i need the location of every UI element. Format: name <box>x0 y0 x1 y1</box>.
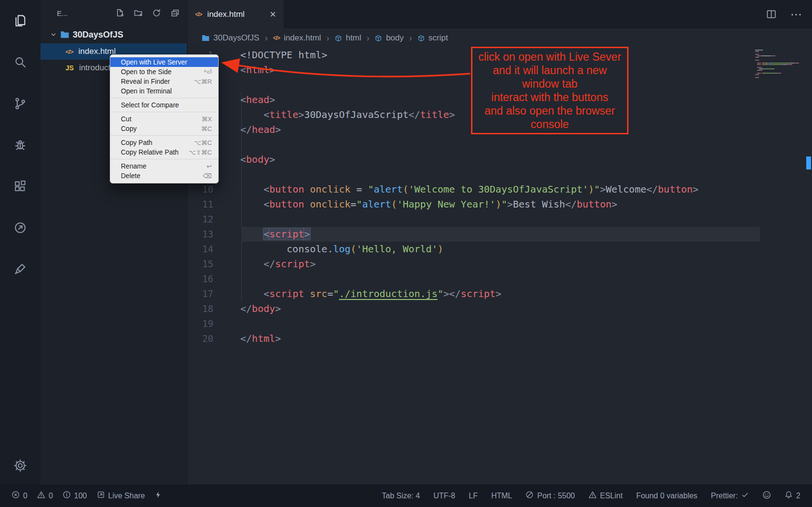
code-line-19[interactable]: 19 <box>187 316 812 331</box>
code-line-7[interactable]: 7 <box>187 137 812 152</box>
error-icon <box>12 491 20 501</box>
code-line-16[interactable]: 16 <box>187 272 812 286</box>
search-icon[interactable] <box>11 53 29 71</box>
tab-size-indicator[interactable]: Tab Size: 4 <box>382 492 420 500</box>
menu-separator <box>110 112 218 112</box>
extensions-icon[interactable] <box>11 177 29 195</box>
live-share-status[interactable]: Live Share <box>97 491 145 501</box>
annotation-text: click on open with Live Severand it will… <box>472 50 627 131</box>
folder-row-30daysofjs[interactable]: 30DaysOfJS <box>40 26 187 43</box>
explorer-header: E... <box>40 0 187 26</box>
variables-indicator[interactable]: Found 0 variables <box>636 492 697 500</box>
live-share-icon <box>97 491 105 501</box>
warning-icon <box>37 491 45 501</box>
menu-item-reveal-in-finder[interactable]: Reveal in Finder⌥⌘R <box>110 77 218 86</box>
notifications-bell[interactable]: 2 <box>785 491 800 501</box>
feedback-smiley[interactable] <box>762 491 771 501</box>
collapse-all-icon[interactable] <box>170 9 179 17</box>
info-counter[interactable]: 100 <box>63 491 87 501</box>
line-number: 10 <box>187 182 219 197</box>
symbol-cube-icon <box>418 35 425 42</box>
line-number: 11 <box>187 197 219 212</box>
line-number: 15 <box>187 257 219 272</box>
menu-item-copy-path[interactable]: Copy Path⌥⌘C <box>110 138 218 147</box>
code-line-14[interactable]: 14 console.log('Hello, World') <box>187 242 812 257</box>
problems-errors[interactable]: 0 <box>12 491 27 501</box>
refresh-icon[interactable] <box>152 9 161 17</box>
more-actions-icon[interactable]: ⋯ <box>790 8 802 21</box>
code-line-11[interactable]: 11 <button onclick="alert('Happy New Yea… <box>187 197 812 212</box>
breadcrumb-body[interactable]: body <box>375 33 404 43</box>
breadcrumb-script[interactable]: script <box>418 33 448 43</box>
overview-ruler-marker <box>806 156 811 169</box>
run-debug-icon[interactable] <box>11 136 29 154</box>
line-number: 16 <box>187 272 219 286</box>
minimap[interactable] <box>755 50 805 78</box>
code-line-8[interactable]: 8<body> <box>187 152 812 167</box>
menu-item-copy[interactable]: Copy⌘C <box>110 124 218 133</box>
bolt-status[interactable] <box>155 491 162 501</box>
eslint-status[interactable]: ESLint <box>589 491 623 501</box>
menu-item-open-to-the-side[interactable]: Open to the Side^⏎ <box>110 67 218 77</box>
context-menu: Open with Live ServerOpen to the Side^⏎R… <box>110 54 219 183</box>
explorer-files-icon[interactable] <box>11 12 29 30</box>
code-line-18[interactable]: 18</body> <box>187 301 812 316</box>
port-indicator[interactable]: Port : 5500 <box>525 491 575 501</box>
line-number: 20 <box>187 331 219 346</box>
code-line-12[interactable]: 12 <box>187 212 812 227</box>
js-file-icon: JS <box>65 64 74 72</box>
annotation-box: click on open with Live Severand it will… <box>471 47 629 134</box>
encoding-indicator[interactable]: UTF-8 <box>433 492 455 500</box>
eol-indicator[interactable]: LF <box>469 492 478 500</box>
menu-item-select-for-compare[interactable]: Select for Compare <box>110 100 218 110</box>
symbol-cube-icon <box>375 35 382 42</box>
chevron-down-icon <box>50 31 57 38</box>
breadcrumb-separator: › <box>264 33 267 43</box>
breadcrumb-separator: › <box>367 33 369 43</box>
new-folder-icon[interactable] <box>134 9 143 17</box>
tab-bar: </> index.html × ⋯ <box>187 0 812 28</box>
breadcrumb-30daysofjs[interactable]: 30DaysOfJS <box>202 33 259 43</box>
menu-item-rename[interactable]: Rename↩ <box>110 161 218 171</box>
problems-warnings[interactable]: 0 <box>37 491 53 501</box>
pen-icon[interactable] <box>11 260 29 278</box>
folder-label: 30DaysOfJS <box>73 30 123 40</box>
line-number: 17 <box>187 286 219 301</box>
code-line-13[interactable]: 13 <script> <box>187 227 812 242</box>
menu-item-cut[interactable]: Cut⌘X <box>110 114 218 124</box>
code-line-20[interactable]: 20</html> <box>187 331 812 346</box>
new-file-icon[interactable] <box>116 9 124 17</box>
eslint-warning-icon <box>589 491 597 501</box>
activity-bar <box>0 0 40 484</box>
line-number: 12 <box>187 212 219 227</box>
source-control-icon[interactable] <box>11 94 29 113</box>
menu-separator <box>110 135 218 136</box>
tab-index-html[interactable]: </> index.html × <box>187 0 284 28</box>
menu-item-open-in-terminal[interactable]: Open in Terminal <box>110 86 218 96</box>
html-file-icon: </> <box>65 48 73 55</box>
line-number: 14 <box>187 242 219 257</box>
info-icon <box>63 491 71 501</box>
breadcrumb-index-html[interactable]: </>index.html <box>273 33 321 43</box>
code-line-17[interactable]: 17 <script src="./introduction.js"></scr… <box>187 286 812 301</box>
code-line-9[interactable]: 9 <box>187 167 812 182</box>
menu-item-delete[interactable]: Delete⌫ <box>110 171 218 181</box>
breadcrumb-html[interactable]: html <box>335 33 361 43</box>
breadcrumb-separator: › <box>327 33 329 43</box>
folder-icon <box>60 31 69 39</box>
html-file-icon: </> <box>273 35 280 41</box>
split-editor-icon[interactable] <box>766 9 777 20</box>
live-share-icon[interactable] <box>11 219 29 237</box>
settings-gear-icon[interactable] <box>11 456 29 475</box>
code-line-10[interactable]: 10 <button onclick = "alert('Welcome to … <box>187 182 812 197</box>
code-line-15[interactable]: 15 </script> <box>187 257 812 272</box>
close-tab-icon[interactable]: × <box>270 9 276 20</box>
language-indicator[interactable]: HTML <box>491 492 512 500</box>
lightning-bolt-icon <box>155 491 162 501</box>
menu-item-copy-relative-path[interactable]: Copy Relative Path⌥⇧⌘C <box>110 147 218 157</box>
prettier-status[interactable]: Prettier: <box>711 491 749 501</box>
symbol-cube-icon <box>335 35 342 42</box>
menu-item-open-with-live-server[interactable]: Open with Live Server <box>110 57 218 67</box>
line-number: 19 <box>187 316 219 331</box>
tab-label: index.html <box>207 10 244 19</box>
